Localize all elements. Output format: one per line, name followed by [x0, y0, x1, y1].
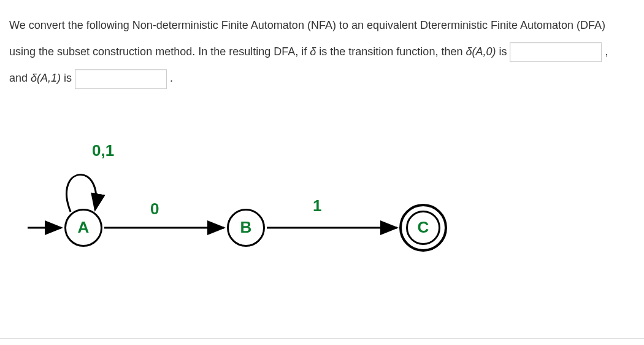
- label-b-c: 1: [313, 196, 321, 215]
- label-a-b: 0: [150, 200, 159, 219]
- q-part1: We convert the following Non-determinist…: [9, 19, 605, 31]
- answer-input-1[interactable]: [510, 42, 602, 62]
- q-part2b: is the transition function, then: [316, 45, 466, 58]
- state-c: C: [399, 204, 447, 252]
- delta-sym: δ: [310, 45, 316, 58]
- nfa-diagram: A B C 0,1 0 1: [21, 117, 635, 276]
- q-part2c: is: [496, 45, 510, 58]
- delta-a0: δ(A,0): [466, 45, 496, 58]
- state-a-label: A: [78, 218, 90, 237]
- delta-a1: δ(A,1): [31, 72, 61, 84]
- state-a: A: [64, 209, 102, 247]
- q-part3b: is: [61, 72, 75, 84]
- state-c-inner: C: [406, 211, 440, 245]
- divider: [0, 338, 644, 339]
- question-text: We convert the following Non-determinist…: [9, 12, 635, 92]
- label-loop-a: 0,1: [92, 141, 114, 160]
- state-b: B: [227, 209, 265, 247]
- q-comma: ,: [605, 45, 608, 58]
- q-part3a: and: [9, 72, 31, 84]
- q-part2a: using the subset construction method. In…: [9, 45, 310, 58]
- state-b-label: B: [240, 218, 252, 237]
- answer-input-2[interactable]: [75, 69, 167, 89]
- state-c-label: C: [418, 218, 429, 237]
- q-period: .: [170, 72, 173, 84]
- loop-a: [67, 174, 96, 211]
- diagram-svg: [21, 117, 635, 276]
